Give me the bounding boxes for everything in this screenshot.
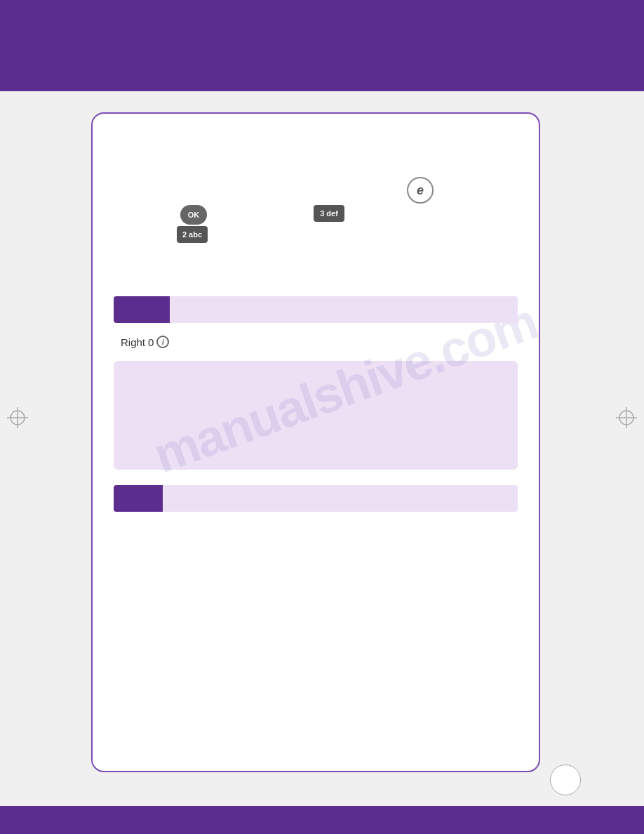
right-label-area: Right 0 i [114,336,518,348]
e-circle-icon: e [407,177,434,204]
purple-block-1 [114,296,170,323]
page-number [550,764,581,795]
btn-2abc[interactable]: 2 abc [177,226,208,243]
icon-area: e OK 3 def 2 abc OK [114,135,518,289]
bottom-bar [0,806,644,834]
info-icon-label: i [162,338,164,346]
top-banner [0,0,644,91]
right-label-text: Right [121,336,145,348]
right-value-text: 0 [148,336,154,348]
highlight-bar-1 [114,296,518,323]
ok-label-1: OK [188,211,200,219]
ok-button-1[interactable]: OK [180,205,207,225]
crosshair-right-marker [616,407,637,428]
highlight-bar-2 [114,485,518,512]
btn-3def[interactable]: 3 def [314,205,344,222]
btn-2abc-label: 2 abc [182,230,202,239]
main-card: manualshive.com e OK 3 def 2 abc OK Righ… [91,112,540,772]
info-icon[interactable]: i [156,336,169,348]
btn-3def-label: 3 def [320,209,338,218]
purple-block-2 [114,485,163,512]
crosshair-left-marker [7,407,28,428]
e-icon-label: e [417,183,424,198]
content-box [114,361,518,470]
